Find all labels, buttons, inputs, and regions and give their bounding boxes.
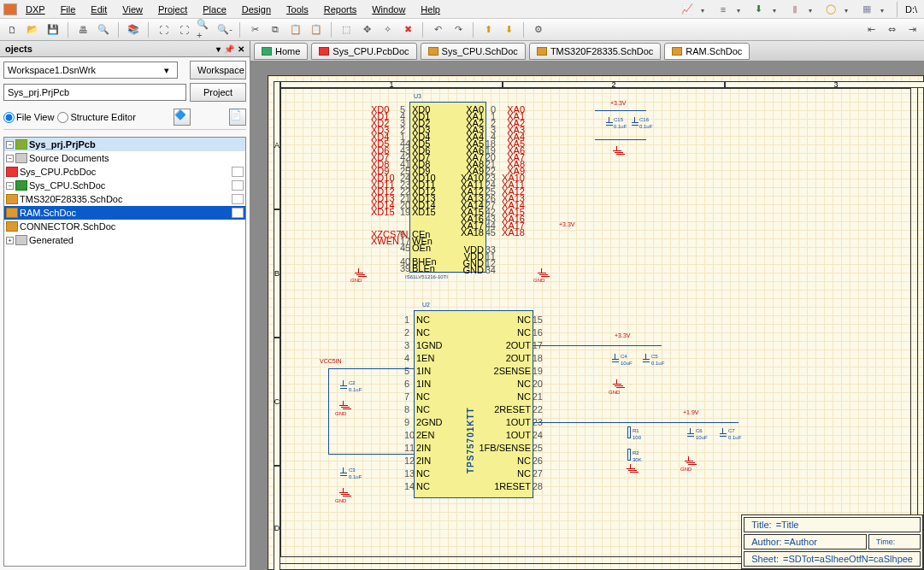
menu-window[interactable]: Window [365, 3, 412, 16]
menu-place[interactable]: Place [196, 3, 233, 16]
ruler-row-b: B [274, 209, 280, 338]
power-rail: +3.3V [615, 332, 631, 338]
cut-icon[interactable]: ✂ [246, 21, 263, 38]
zoom-out-icon[interactable]: 🔍- [216, 21, 233, 38]
app-icon [3, 3, 17, 15]
ic1-body[interactable]: XD05XD0XD14XD1XD23XD2XD32XD3XD41XD4XD544… [409, 102, 486, 273]
tool-grid-icon[interactable]: ▦ [858, 1, 875, 18]
tree-item-ram[interactable]: RAM.SchDoc [4, 206, 245, 220]
print-icon[interactable]: 🖶 [74, 21, 91, 38]
menu-right-tools: 📈 ≡ ⬇ ▮ ◯ ▦ D:\ [679, 1, 921, 18]
move-icon[interactable]: ✥ [358, 21, 375, 38]
menu-view[interactable]: View [115, 3, 150, 16]
clear-icon[interactable]: ✖ [399, 21, 416, 38]
panel-btn-1[interactable]: 🔷 [174, 109, 191, 126]
gnd-symbol [338, 401, 349, 409]
save-icon[interactable]: 💾 [44, 21, 62, 38]
tree-folder-generated[interactable]: +Generated [4, 233, 245, 247]
paste-special-icon[interactable]: 📋 [308, 21, 325, 38]
editor-area: Home Sys_CPU.PcbDoc Sys_CPU.SchDoc TMS32… [250, 41, 924, 570]
title-block: Title: =Title Author: =AuthorTime: Sheet… [741, 514, 923, 569]
tool-pin-icon[interactable]: ▮ [786, 1, 803, 18]
copy-icon[interactable]: ⧉ [267, 21, 284, 38]
project-tree[interactable]: −Sys_prj.PrjPcb −Source Documents Sys_CP… [3, 137, 246, 567]
schematic-canvas[interactable]: A B C D 1 2 3 U3 XD05XD0XD14XD1XD23XD2XD… [250, 62, 924, 570]
tool-circle-icon[interactable]: ◯ [822, 1, 839, 18]
resistor-r1[interactable] [627, 426, 631, 438]
undo-icon[interactable]: ↶ [429, 21, 446, 38]
workspace-input[interactable] [3, 62, 178, 79]
structure-editor-radio[interactable]: Structure Editor [57, 112, 135, 123]
power-vcc5: VCC5IN [320, 358, 342, 364]
gnd-symbol [684, 456, 694, 465]
gnd-symbol [338, 488, 349, 497]
file-view-radio[interactable]: File View [3, 112, 54, 123]
tree-item-connector[interactable]: CONNECTOR.SchDoc [4, 220, 245, 233]
panel-btn-2[interactable]: 📄 [229, 109, 246, 126]
align-horiz-icon[interactable]: ⇔ [883, 21, 900, 38]
ruler-col-1: 1 [280, 81, 503, 88]
ruler-col-2: 2 [503, 81, 725, 88]
tab-ramsch[interactable]: RAM.SchDoc [664, 43, 750, 60]
deselect-icon[interactable]: ✧ [379, 21, 396, 38]
gnd-symbol [612, 379, 622, 388]
menu-help[interactable]: Help [414, 3, 447, 16]
power-rail: +3.3V [559, 221, 575, 227]
menu-dxp[interactable]: DXP [19, 3, 52, 16]
tab-cpusch[interactable]: Sys_CPU.SchDoc [421, 43, 526, 60]
gnd-symbol [626, 464, 636, 473]
tab-pcbdoc[interactable]: Sys_CPU.PcbDoc [311, 43, 416, 60]
menu-design[interactable]: Design [235, 3, 278, 16]
ic2-body[interactable]: TPS75701KTT 1NC2NC31GND41EN51IN61IN7NC8N… [414, 310, 533, 498]
menu-file[interactable]: File [54, 3, 83, 16]
resistor-r2[interactable] [627, 449, 631, 461]
zoom-fit-icon[interactable]: ⛶ [155, 21, 172, 38]
hierarchy-up-icon[interactable]: ⬆ [480, 21, 497, 38]
project-button[interactable]: Project [190, 83, 246, 102]
tab-home[interactable]: Home [254, 43, 308, 60]
ic2-type: TPS75701KTT [466, 337, 475, 473]
ruler-row-d: D [274, 466, 280, 570]
new-icon[interactable]: 🗋 [3, 21, 21, 38]
panel-pin-icon[interactable]: 📌 [224, 44, 234, 54]
power-rail: +1.9V [683, 409, 699, 415]
tool-arrow-down-icon[interactable]: ⬇ [750, 1, 768, 18]
align-left-icon[interactable]: ⇤ [862, 21, 880, 38]
menu-edit[interactable]: Edit [84, 3, 114, 16]
ic1-type: IS61LV51216-10TI [405, 274, 448, 279]
path-label: D:\ [905, 4, 917, 15]
panel-close-icon[interactable]: ✕ [238, 44, 244, 54]
ruler-row-a: A [274, 81, 280, 209]
tree-item-pcbdoc[interactable]: Sys_CPU.PcbDoc [4, 165, 245, 179]
menu-reports[interactable]: Reports [317, 3, 364, 16]
ic2-designator: U2 [422, 302, 430, 308]
select-icon[interactable]: ⬚ [338, 21, 355, 38]
book-icon[interactable]: 📚 [125, 21, 142, 38]
tab-tmssch[interactable]: TMS320F28335.SchDoc [529, 43, 661, 60]
menubar: DXP File Edit View Project Place Design … [0, 0, 924, 19]
tool-align-icon[interactable]: ≡ [715, 1, 732, 18]
panel-dropdown-icon[interactable]: ▾ [216, 44, 221, 54]
zoom-in-icon[interactable]: 🔍+ [196, 21, 213, 38]
menu-tools[interactable]: Tools [280, 3, 315, 16]
ic1-designator: U3 [414, 93, 421, 99]
preview-icon[interactable]: 🔍 [95, 21, 112, 38]
panel-title: ojects [5, 44, 216, 54]
workspace-button[interactable]: Workspace [190, 61, 246, 79]
project-input[interactable] [3, 84, 186, 101]
zoom-sel-icon[interactable]: ⛶ [175, 21, 192, 38]
tool-chart-icon[interactable]: 📈 [679, 1, 696, 18]
open-icon[interactable]: 📂 [24, 21, 41, 38]
tree-item-tms[interactable]: TMS320F28335.SchDoc [4, 192, 245, 206]
tree-item-schdoc[interactable]: −Sys_CPU.SchDoc [4, 179, 245, 192]
align-right-icon[interactable]: ⇥ [903, 21, 921, 38]
cross-probe-icon[interactable]: ⚙ [530, 21, 547, 38]
main-toolbar: 🗋 📂 💾 🖶 🔍 📚 ⛶ ⛶ 🔍+ 🔍- ✂ ⧉ 📋 📋 ⬚ ✥ ✧ ✖ ↶ … [0, 19, 924, 41]
redo-icon[interactable]: ↷ [450, 21, 467, 38]
tree-project-root[interactable]: −Sys_prj.PrjPcb [4, 138, 245, 151]
projects-panel: ojects ▾ 📌 ✕ ▾ Workspace Project File Vi… [0, 41, 250, 570]
menu-project[interactable]: Project [151, 3, 194, 16]
paste-icon[interactable]: 📋 [287, 21, 304, 38]
tree-folder-source[interactable]: −Source Documents [4, 151, 245, 165]
hierarchy-down-icon[interactable]: ⬇ [500, 21, 517, 38]
